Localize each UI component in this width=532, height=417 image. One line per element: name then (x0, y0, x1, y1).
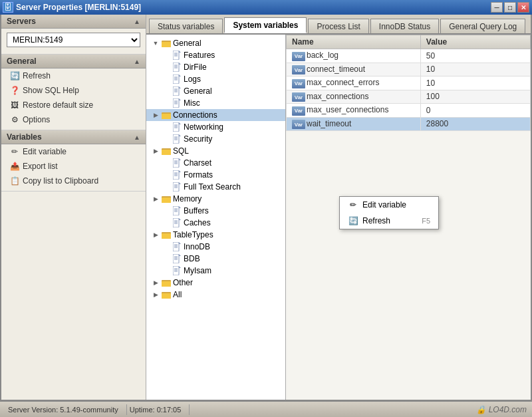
tree-item[interactable]: Formats (146, 169, 285, 181)
tree-item[interactable]: ▶TableTypes (146, 229, 285, 241)
tree-item[interactable]: ▶SQL (146, 145, 285, 157)
svg-marker-55 (179, 182, 181, 184)
context-menu-refresh[interactable]: 🔄 Refresh F5 (340, 213, 438, 229)
tab-innodb-status[interactable]: InnoDB Status (370, 19, 439, 33)
col-header-value: Value (420, 35, 530, 49)
svg-rect-2 (163, 41, 166, 42)
tree-expand-icon: ▼ (152, 39, 160, 47)
tree-item[interactable]: Charset (146, 157, 285, 169)
svg-rect-13 (173, 74, 179, 84)
svg-marker-32 (179, 122, 181, 124)
tree-item[interactable]: ▼General (146, 37, 285, 49)
svg-marker-4 (179, 51, 181, 53)
context-edit-label: Edit variable (362, 200, 406, 209)
general-collapse-icon[interactable]: ▲ (134, 58, 140, 65)
tree-expand-icon (162, 171, 170, 179)
tree-item[interactable]: Full Text Search (146, 181, 285, 193)
tree-item[interactable]: Caches (146, 217, 285, 229)
var-name-label: max_connect_errors (307, 78, 379, 87)
document-icon (172, 98, 182, 108)
var-name-cell: Varconnect_timeout (287, 63, 421, 76)
table-row[interactable]: Varback_log50 (287, 49, 531, 63)
title-bar: 🗄 Server Properties [MERLIN:5149] ─ □ ✕ (0, 0, 532, 15)
svg-marker-68 (179, 218, 181, 220)
sidebar-item-refresh[interactable]: 🔄 Refresh (1, 69, 146, 83)
document-icon (172, 253, 182, 264)
sidebar-item-sql-help[interactable]: ❓ Show SQL Help (1, 83, 146, 98)
tab-process-list[interactable]: Process List (308, 19, 368, 33)
options-icon: ⚙ (9, 114, 20, 125)
document-icon (172, 62, 182, 72)
sidebar-item-copy-clipboard[interactable]: 📋 Copy list to Clipboard (1, 174, 146, 188)
var-name-label: max_user_connections (307, 105, 388, 114)
var-name-cell: Varback_log (287, 49, 421, 63)
tree-item[interactable]: Buffers (146, 205, 285, 217)
maximize-button[interactable]: □ (504, 2, 516, 13)
svg-rect-73 (162, 233, 171, 239)
var-name-label: wait_timeout (307, 119, 351, 128)
tree-item[interactable]: ▶Memory (146, 193, 285, 205)
variables-collapse-icon[interactable]: ▲ (134, 134, 140, 141)
tree-expand-icon (162, 207, 170, 215)
tab-system-variables[interactable]: System variables (224, 17, 307, 33)
window-icon: 🗄 (3, 2, 13, 13)
tree-item[interactable]: Security (146, 133, 285, 145)
svg-rect-23 (173, 98, 179, 108)
tree-panel[interactable]: ▼GeneralFeaturesDirFileLogsGeneralMisc▶C… (146, 35, 286, 400)
tree-item[interactable]: MyIsam (146, 265, 285, 277)
folder-icon (161, 194, 172, 204)
table-row[interactable]: Varmax_connections100 (287, 90, 531, 104)
sidebar-item-edit-variable[interactable]: ✏ Edit variable (1, 144, 146, 159)
close-button[interactable]: ✕ (517, 2, 529, 13)
document-icon (172, 86, 182, 96)
svg-rect-67 (173, 218, 179, 227)
tree-item[interactable]: ▶All (146, 289, 285, 301)
folder-icon (161, 277, 172, 288)
sidebar-item-restore-size[interactable]: 🖼 Restore default size (1, 98, 146, 112)
svg-marker-37 (179, 134, 181, 136)
tree-item-label: Features (184, 51, 215, 60)
table-row[interactable]: Varmax_connect_errors10 (287, 76, 531, 90)
table-row[interactable]: Varconnect_timeout10 (287, 63, 531, 76)
tree-item[interactable]: Features (146, 49, 285, 61)
tree-item[interactable]: ▶Other (146, 277, 285, 289)
context-menu-edit-variable[interactable]: ✏ Edit variable (340, 197, 438, 213)
svg-rect-91 (162, 281, 171, 287)
edit-variable-icon: ✏ (9, 146, 20, 157)
tree-item[interactable]: General (146, 85, 285, 97)
tree-item[interactable]: Misc (146, 97, 285, 109)
svg-rect-42 (162, 150, 171, 155)
svg-marker-45 (179, 158, 181, 160)
tree-expand-icon (162, 135, 170, 143)
tree-expand-icon (162, 159, 170, 167)
tree-item[interactable]: ▶Connections (146, 109, 285, 121)
tree-item[interactable]: BDB (146, 253, 285, 265)
window-title: Server Properties [MERLIN:5149] (16, 3, 141, 12)
svg-rect-75 (173, 242, 179, 251)
minimize-button[interactable]: ─ (491, 2, 503, 13)
tree-item-label: Caches (184, 218, 211, 227)
sidebar-servers-header: Servers ▲ (1, 15, 146, 29)
tree-item[interactable]: DirFile (146, 61, 285, 73)
sidebar-item-options[interactable]: ⚙ Options (1, 112, 146, 127)
sidebar-general-header: General ▲ (1, 55, 146, 69)
svg-marker-50 (179, 170, 181, 172)
tree-item[interactable]: Networking (146, 121, 285, 133)
table-row[interactable]: Varmax_user_connections0 (287, 104, 531, 118)
tree-item[interactable]: Logs (146, 73, 285, 85)
sidebar-item-export-list[interactable]: 📤 Export list (1, 159, 146, 174)
tree-expand-icon (162, 243, 170, 251)
document-icon (172, 158, 182, 168)
tab-general-query-log[interactable]: General Query Log (440, 19, 525, 33)
tree-expand-icon (162, 267, 170, 275)
svg-rect-3 (173, 51, 179, 60)
tree-item[interactable]: InnoDB (146, 241, 285, 253)
status-logo: 🔒 LO4D.com (476, 405, 527, 414)
svg-rect-61 (163, 196, 166, 198)
table-row[interactable]: Varwait_timeout28800 (287, 117, 531, 131)
tab-status-variables[interactable]: Status variables (149, 19, 223, 33)
server-select[interactable]: MERLIN:5149 (7, 33, 140, 47)
tree-item-label: MyIsam (184, 266, 211, 275)
context-refresh-icon: 🔄 (348, 215, 358, 226)
servers-collapse-icon[interactable]: ▲ (134, 18, 140, 25)
